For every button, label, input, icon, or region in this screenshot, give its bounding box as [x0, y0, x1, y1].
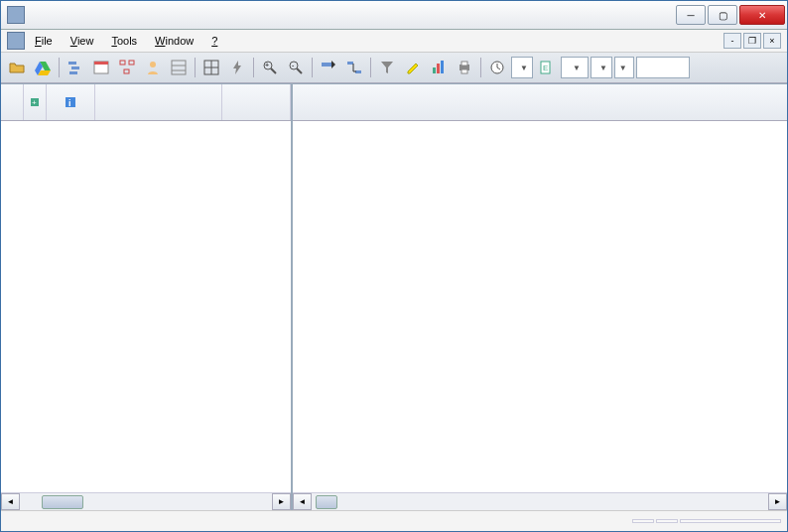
- app-window: ─ ▢ ✕ File View Tools Window ? - ❐ × + -: [0, 0, 788, 532]
- link-task-icon[interactable]: [342, 56, 366, 79]
- svg-rect-28: [461, 62, 467, 66]
- timeline-header[interactable]: [293, 84, 787, 121]
- svg-text:+: +: [265, 62, 269, 68]
- font-combo[interactable]: [636, 57, 690, 78]
- scroll-thumb[interactable]: [42, 495, 83, 509]
- scroll-left-icon[interactable]: ◄: [293, 493, 312, 510]
- status-edition: [656, 519, 678, 523]
- scroll-right-icon[interactable]: ►: [768, 493, 787, 510]
- chart-icon[interactable]: [427, 56, 451, 79]
- scroll-left-icon[interactable]: ◄: [1, 493, 20, 510]
- highlight-icon[interactable]: [401, 56, 425, 79]
- svg-rect-6: [129, 61, 134, 65]
- task-grid: + i ◄ ►: [1, 84, 293, 510]
- svg-point-8: [150, 62, 156, 67]
- filter-icon[interactable]: [375, 56, 399, 79]
- svg-rect-9: [172, 61, 186, 74]
- left-hscroll[interactable]: ◄ ►: [1, 492, 291, 510]
- mdi-minimize-button[interactable]: -: [723, 33, 741, 49]
- gantt-body[interactable]: [293, 121, 787, 492]
- menubar: File View Tools Window ? - ❐ ×: [1, 30, 787, 53]
- menu-tools[interactable]: Tools: [103, 33, 145, 49]
- table-icon[interactable]: [199, 56, 223, 79]
- usage-view-icon[interactable]: [167, 56, 191, 79]
- font-size-combo[interactable]: ▼: [614, 57, 634, 78]
- svg-rect-4: [94, 62, 108, 65]
- maximize-button[interactable]: ▢: [708, 5, 737, 25]
- svg-rect-5: [120, 61, 125, 65]
- minimize-button[interactable]: ─: [676, 5, 706, 25]
- export-combo[interactable]: ▼: [561, 57, 589, 78]
- mdi-restore-button[interactable]: ❐: [743, 33, 761, 49]
- svg-rect-25: [437, 64, 440, 73]
- svg-line-19: [297, 68, 302, 73]
- scroll-thumb[interactable]: [316, 495, 337, 509]
- print-icon[interactable]: [453, 56, 476, 79]
- svg-rect-26: [441, 61, 444, 73]
- scroll-right-icon[interactable]: ►: [272, 493, 291, 510]
- svg-line-16: [271, 68, 276, 73]
- gantt-view-icon[interactable]: [64, 56, 87, 79]
- status-empty: [680, 519, 781, 523]
- app-icon: [7, 6, 25, 24]
- zoom-out-icon[interactable]: -: [284, 56, 308, 79]
- svg-text:+: +: [32, 98, 37, 107]
- drive-icon[interactable]: [31, 56, 55, 79]
- info-header[interactable]: i: [47, 84, 95, 120]
- content-area: + i ◄ ► ◄ ►: [1, 83, 787, 510]
- name-header[interactable]: [95, 84, 222, 120]
- network-view-icon[interactable]: [115, 56, 139, 79]
- svg-rect-24: [433, 67, 436, 73]
- goto-task-icon[interactable]: [317, 56, 340, 79]
- resource-view-icon[interactable]: [141, 56, 165, 79]
- svg-rect-0: [68, 62, 76, 65]
- export-icon[interactable]: E: [535, 56, 559, 79]
- svg-text:i: i: [68, 98, 71, 108]
- menu-view[interactable]: View: [63, 33, 102, 49]
- titlebar[interactable]: ─ ▢ ✕: [1, 1, 787, 30]
- menu-file[interactable]: File: [27, 33, 61, 49]
- svg-rect-7: [124, 69, 129, 73]
- calendar-view-icon[interactable]: [89, 56, 113, 79]
- grid-header: + i: [1, 84, 291, 121]
- svg-rect-29: [461, 69, 467, 73]
- timescale-combo[interactable]: ▼: [511, 57, 533, 78]
- svg-rect-22: [347, 62, 353, 65]
- status-format: [632, 519, 654, 523]
- statusbar: [1, 510, 787, 531]
- close-button[interactable]: ✕: [739, 5, 785, 25]
- timescale-icon[interactable]: [485, 56, 509, 79]
- mdi-close-button[interactable]: ×: [763, 33, 781, 49]
- select-all-header[interactable]: [1, 84, 24, 120]
- bolt-icon[interactable]: [225, 56, 249, 79]
- filter-combo[interactable]: ▼: [591, 57, 612, 78]
- doc-icon: [7, 32, 25, 50]
- menu-help[interactable]: ?: [203, 33, 225, 49]
- svg-text:E: E: [543, 64, 548, 72]
- toolbar: + - ▼ E ▼ ▼ ▼: [1, 53, 787, 83]
- open-icon[interactable]: [5, 56, 29, 79]
- duration-header[interactable]: [222, 84, 291, 120]
- svg-rect-1: [71, 66, 79, 69]
- gantt-chart: ◄ ►: [293, 84, 787, 510]
- svg-rect-2: [69, 71, 77, 74]
- zoom-in-icon[interactable]: +: [258, 56, 282, 79]
- svg-rect-21: [322, 63, 331, 66]
- menu-window[interactable]: Window: [147, 33, 201, 49]
- indicator-header[interactable]: +: [24, 84, 47, 120]
- grid-body: [1, 121, 291, 492]
- svg-text:-: -: [292, 62, 295, 68]
- right-hscroll[interactable]: ◄ ►: [293, 492, 787, 510]
